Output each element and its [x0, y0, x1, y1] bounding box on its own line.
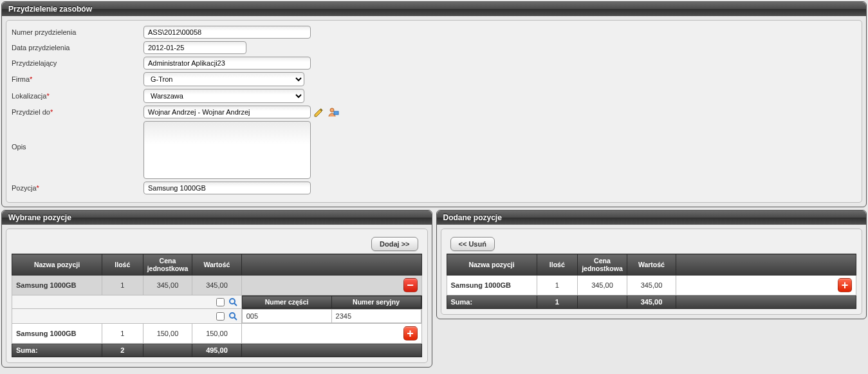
added-items-panel: Dodane pozycje << Usuń Nazwa pozycji Ilo… — [436, 210, 867, 319]
label-number: Numer przydzielenia — [12, 28, 143, 36]
selected-items-panel: Wybrane pozycje Dodaj >> Nazwa pozycji I… — [1, 210, 432, 368]
selected-items-table: Nazwa pozycji Ilość Cena jednostkowa War… — [12, 254, 422, 357]
edit-icon[interactable] — [313, 106, 325, 118]
cell-value: 345,00 — [627, 276, 676, 295]
allocation-form: Numer przydzielenia Data przydzielenia P… — [6, 20, 862, 203]
input-assigner[interactable] — [143, 57, 311, 70]
svg-point-0 — [330, 108, 334, 112]
col-action — [676, 254, 856, 276]
table-row[interactable]: Samsung 1000GB 1 345,00 345,00 − — [12, 276, 422, 295]
detail-row: 005 2345 — [12, 309, 422, 324]
label-desc: Opis — [12, 121, 143, 151]
cell-name: Samsung 1000GB — [447, 276, 537, 295]
add-row-icon[interactable]: + — [403, 326, 418, 341]
cell-qty: 1 — [537, 276, 578, 295]
cell-price: 345,00 — [143, 276, 192, 295]
select-company[interactable]: G-Tron — [143, 72, 304, 86]
input-number[interactable] — [143, 26, 311, 39]
col-name[interactable]: Nazwa pozycji — [447, 254, 537, 276]
added-items-body: << Usuń Nazwa pozycji Ilość Cena jednost… — [441, 229, 863, 315]
cell-serialno: 2345 — [331, 310, 421, 323]
magnifier-icon[interactable] — [228, 312, 237, 321]
label-company: Firma* — [12, 75, 143, 83]
remove-row-icon[interactable]: − — [403, 278, 418, 292]
added-items-header: Dodane pozycje — [437, 210, 867, 225]
remove-button[interactable]: << Usuń — [450, 237, 495, 251]
svg-point-4 — [230, 313, 235, 318]
col-action — [241, 254, 421, 276]
added-items-table: Nazwa pozycji Ilość Cena jednostkowa War… — [447, 254, 857, 309]
textarea-desc[interactable] — [143, 121, 311, 179]
col-partno[interactable]: Numer części — [242, 296, 331, 308]
col-name[interactable]: Nazwa pozycji — [12, 254, 102, 276]
label-location: Lokalizacja* — [12, 92, 143, 100]
input-position[interactable] — [143, 182, 311, 194]
cell-name: Samsung 1000GB — [12, 276, 102, 295]
col-qty[interactable]: Ilość — [102, 254, 143, 276]
cell-qty: 1 — [102, 276, 143, 295]
table-row[interactable]: Samsung 1000GB 1 345,00 345,00 + — [447, 276, 856, 295]
svg-rect-1 — [334, 111, 338, 115]
svg-line-3 — [234, 303, 237, 306]
cell-price: 150,00 — [143, 324, 192, 344]
sum-row: Suma: 2 495,00 — [12, 344, 422, 357]
sum-row: Suma: 1 345,00 — [447, 295, 856, 309]
col-value[interactable]: Wartość — [192, 254, 241, 276]
allocation-panel-header: Przydzielenie zasobów — [2, 2, 866, 16]
cell-price: 345,00 — [578, 276, 627, 295]
selected-items-body: Dodaj >> Nazwa pozycji Ilość Cena jednos… — [6, 229, 428, 363]
label-assigner: Przydzielający — [12, 59, 143, 67]
add-row-icon[interactable]: + — [838, 278, 852, 292]
add-button[interactable]: Dodaj >> — [371, 237, 418, 251]
col-serialno[interactable]: Numer seryjny — [331, 296, 421, 308]
cell-value: 345,00 — [192, 276, 241, 295]
input-date[interactable] — [143, 41, 246, 54]
select-location[interactable]: Warszawa — [143, 89, 304, 103]
cell-partno: 005 — [242, 310, 331, 323]
cell-qty: 1 — [102, 324, 143, 344]
detail-row-checkbox[interactable] — [216, 312, 225, 321]
col-unitprice[interactable]: Cena jednostkowa — [578, 254, 627, 276]
label-date: Data przydzielenia — [12, 44, 143, 51]
col-qty[interactable]: Ilość — [537, 254, 578, 276]
selected-items-header: Wybrane pozycje — [2, 210, 432, 225]
col-unitprice[interactable]: Cena jednostkowa — [143, 254, 192, 276]
detail-checkbox[interactable] — [216, 298, 225, 306]
cell-value: 150,00 — [192, 324, 241, 344]
magnifier-icon[interactable] — [228, 297, 237, 306]
input-assign-to[interactable] — [143, 106, 311, 118]
svg-point-2 — [230, 299, 235, 304]
user-lookup-icon[interactable] — [328, 106, 339, 118]
cell-name: Samsung 1000GB — [12, 324, 102, 344]
table-row[interactable]: Samsung 1000GB 1 150,00 150,00 + — [12, 324, 422, 344]
svg-line-5 — [234, 317, 237, 320]
col-value[interactable]: Wartość — [627, 254, 676, 276]
label-position: Pozycja* — [12, 184, 143, 192]
allocation-panel: Przydzielenie zasobów Numer przydzieleni… — [1, 1, 867, 207]
label-assign-to: Przydziel do* — [12, 108, 143, 116]
